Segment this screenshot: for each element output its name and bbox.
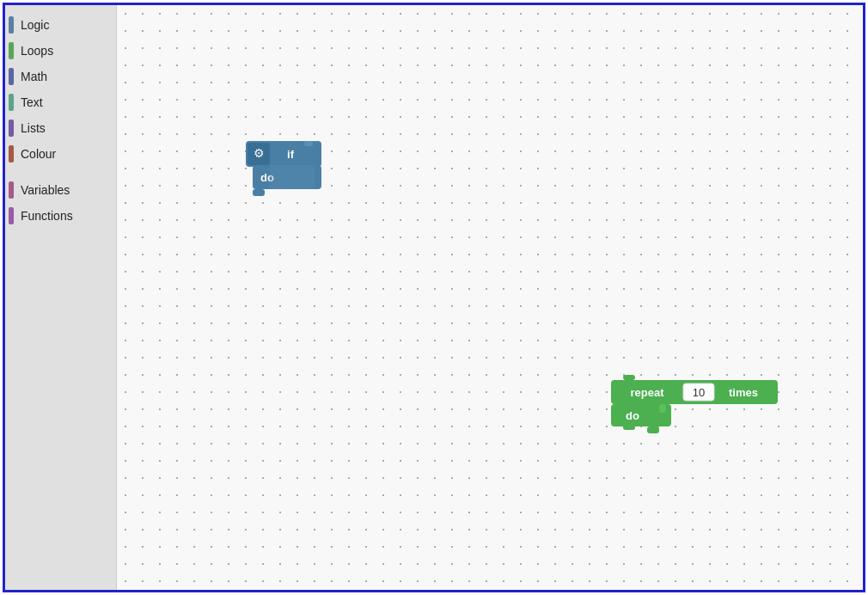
sidebar-item-loops[interactable]: Loops (5, 38, 116, 64)
sidebar-item-colour[interactable]: Colour (5, 141, 116, 167)
svg-text:repeat: repeat (630, 386, 664, 399)
lists-color-bar (9, 120, 14, 137)
text-color-bar (9, 94, 14, 111)
sidebar-label-functions: Functions (21, 209, 73, 223)
svg-text:⚙: ⚙ (254, 146, 265, 160)
sidebar-item-logic[interactable]: Logic (5, 12, 116, 38)
sidebar-item-variables[interactable]: Variables (5, 177, 116, 203)
svg-rect-17 (647, 426, 659, 433)
repeat-block-svg: repeat 10 times do (611, 375, 783, 437)
sidebar-item-math[interactable]: Math (5, 64, 116, 89)
svg-rect-18 (623, 425, 635, 430)
svg-rect-19 (659, 404, 666, 413)
svg-rect-8 (253, 189, 265, 196)
svg-rect-4 (304, 141, 313, 146)
sidebar-label-text: Text (21, 95, 43, 109)
colour-color-bar (9, 145, 14, 163)
variables-color-bar (9, 181, 14, 199)
sidebar-label-math: Math (21, 70, 47, 83)
logic-color-bar (9, 16, 14, 34)
sidebar-label-colour: Colour (21, 147, 56, 161)
repeat-block[interactable]: repeat 10 times do (611, 375, 783, 440)
sidebar-item-functions[interactable]: Functions (5, 203, 116, 229)
sidebar-spacer (5, 167, 116, 177)
sidebar-label-loops: Loops (21, 44, 53, 58)
sidebar-label-variables: Variables (21, 183, 70, 197)
if-block[interactable]: ⚙ if do (246, 141, 323, 203)
if-block-svg: ⚙ if do (246, 141, 323, 199)
svg-rect-7 (270, 165, 315, 189)
sidebar-label-logic: Logic (21, 18, 49, 32)
math-color-bar (9, 68, 14, 85)
functions-color-bar (9, 207, 14, 224)
svg-rect-9 (623, 375, 635, 380)
svg-text:do: do (626, 409, 639, 422)
svg-text:times: times (729, 386, 758, 399)
svg-text:10: 10 (693, 386, 705, 399)
canvas-area[interactable]: ⚙ if do rep (117, 5, 863, 590)
loops-color-bar (9, 42, 14, 59)
main-container: Logic Loops Math Text Lists Colour Varia… (3, 3, 865, 592)
sidebar-label-lists: Lists (21, 121, 46, 135)
svg-text:if: if (287, 148, 295, 161)
sidebar-item-text[interactable]: Text (5, 89, 116, 115)
sidebar-item-lists[interactable]: Lists (5, 115, 116, 141)
sidebar: Logic Loops Math Text Lists Colour Varia… (5, 5, 117, 590)
